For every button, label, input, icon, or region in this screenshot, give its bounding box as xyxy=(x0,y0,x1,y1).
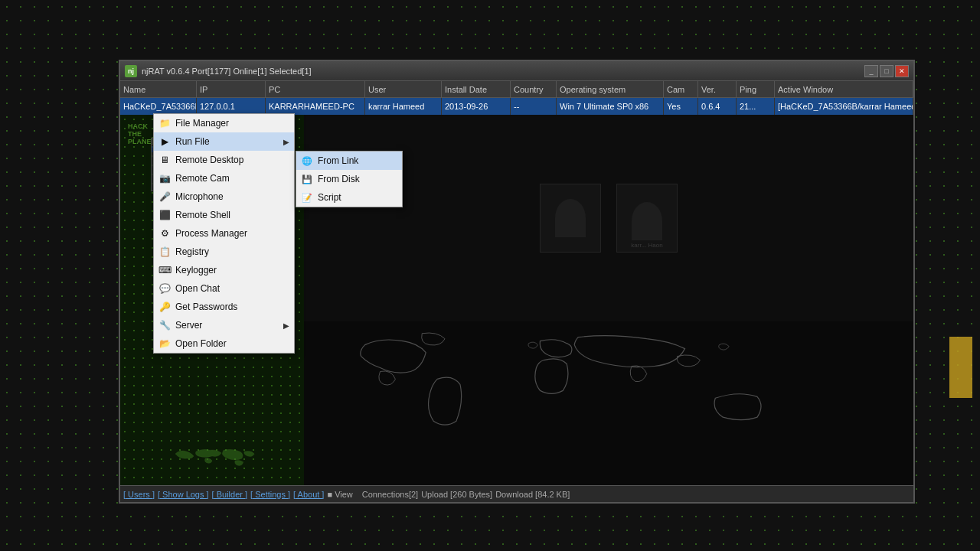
run-file-submenu: 🌐 From Link 💾 From Disk 📝 Script xyxy=(296,151,403,207)
cell-ip: 127.0.0.1 xyxy=(197,98,266,115)
col-active[interactable]: Active Window xyxy=(775,81,913,97)
world-map-svg xyxy=(304,321,913,491)
keylogger-icon: ⌨ xyxy=(158,264,171,276)
users-link[interactable]: [ Users ] xyxy=(123,490,155,499)
status-bar: [ Users ] [ Show Logs ] [ Builder ] [ Se… xyxy=(120,485,913,502)
script-icon: 📝 xyxy=(301,191,313,204)
cell-active: [HaCKeD_7A53366B/karrar Hameed/Win... xyxy=(775,98,913,115)
upload-status: Upload [260 Bytes] xyxy=(421,490,492,499)
view-label[interactable]: ■ View xyxy=(327,490,352,499)
minimap-world xyxy=(120,440,304,486)
menu-item-remote-cam[interactable]: 📷 Remote Cam xyxy=(154,169,294,187)
col-user[interactable]: User xyxy=(365,81,442,97)
title-bar: nj njRAT v0.6.4 Port[1177] Online[1] Sel… xyxy=(120,61,913,81)
builder-link[interactable]: [ Builder ] xyxy=(212,490,247,499)
submenu-script-label: Script xyxy=(318,192,341,203)
minimize-button[interactable]: _ xyxy=(864,65,878,77)
cell-ping: 21... xyxy=(737,98,775,115)
menu-item-server[interactable]: 🔧 Server ▶ xyxy=(154,316,294,334)
col-ip[interactable]: IP xyxy=(197,81,266,97)
from-disk-icon: 💾 xyxy=(301,173,313,185)
open-chat-icon: 💬 xyxy=(158,282,171,295)
menu-item-remote-desktop-label: Remote Desktop xyxy=(175,155,243,165)
from-link-icon: 🌐 xyxy=(301,155,313,167)
about-link[interactable]: [ About ] xyxy=(293,490,324,499)
col-ver[interactable]: Ver. xyxy=(698,81,737,97)
menu-item-remote-shell[interactable]: ⬛ Remote Shell xyxy=(154,206,294,224)
submenu-from-link-label: From Link xyxy=(318,155,358,166)
table-row[interactable]: HaCKeD_7A53366B 127.0.0.1 KARRARHAMEED-P… xyxy=(120,98,913,115)
run-file-arrow: ▶ xyxy=(283,138,289,146)
get-passwords-icon: 🔑 xyxy=(158,301,171,313)
menu-item-server-label: Server xyxy=(175,320,202,331)
menu-item-microphone-label: Microphone xyxy=(175,191,224,202)
col-name[interactable]: Name xyxy=(120,81,197,97)
cam-view-2: karr... Haon xyxy=(616,184,678,253)
submenu-script[interactable]: 📝 Script xyxy=(296,188,402,207)
menu-item-keylogger[interactable]: ⌨ Keylogger xyxy=(154,261,294,279)
menu-item-process-manager-label: Process Manager xyxy=(175,228,247,239)
col-install-date[interactable]: Install Date xyxy=(442,81,511,97)
window-controls: _ □ ✕ xyxy=(864,65,909,77)
show-logs-link[interactable]: [ Show Logs ] xyxy=(158,490,209,499)
remote-shell-icon: ⬛ xyxy=(158,209,171,221)
app-icon: nj xyxy=(125,65,137,77)
menu-item-file-manager[interactable]: 📁 File Manager xyxy=(154,114,294,132)
menu-item-process-manager[interactable]: ⚙ Process Manager xyxy=(154,224,294,243)
registry-icon: 📋 xyxy=(158,246,171,258)
cam-view-1 xyxy=(540,184,601,253)
col-ping[interactable]: Ping xyxy=(737,81,775,97)
microphone-icon: 🎤 xyxy=(158,191,171,203)
menu-item-get-passwords[interactable]: 🔑 Get Passwords xyxy=(154,298,294,316)
col-country[interactable]: Country xyxy=(511,81,557,97)
menu-item-open-folder[interactable]: 📂 Open Folder xyxy=(154,334,294,353)
context-menu: 📁 File Manager ▶ Run File ▶ 🌐 From Link … xyxy=(153,113,295,354)
window-title: njRAT v0.6.4 Port[1177] Online[1] Select… xyxy=(142,67,864,76)
remote-cam-icon: 📷 xyxy=(158,172,171,184)
process-manager-icon: ⚙ xyxy=(158,227,171,240)
menu-item-remote-cam-label: Remote Cam xyxy=(175,173,230,184)
server-icon: 🔧 xyxy=(158,319,171,331)
world-map-bottom xyxy=(304,321,913,491)
menu-item-run-file-label: Run File xyxy=(175,136,210,147)
menu-item-run-file[interactable]: ▶ Run File ▶ 🌐 From Link 💾 From Disk 📝 S… xyxy=(154,132,294,151)
cell-country: -- xyxy=(511,98,557,115)
menu-item-remote-desktop[interactable]: 🖥 Remote Desktop xyxy=(154,151,294,169)
col-cam[interactable]: Cam xyxy=(664,81,698,97)
close-button[interactable]: ✕ xyxy=(895,65,909,77)
open-folder-icon: 📂 xyxy=(158,337,171,350)
menu-item-registry-label: Registry xyxy=(175,246,209,257)
cell-name: HaCKeD_7A53366B xyxy=(120,98,197,115)
menu-item-microphone[interactable]: 🎤 Microphone xyxy=(154,187,294,206)
cell-install-date: 2013-09-26 xyxy=(442,98,511,115)
submenu-from-disk[interactable]: 💾 From Disk xyxy=(296,170,402,188)
menu-item-file-manager-label: File Manager xyxy=(175,118,229,129)
maximize-button[interactable]: □ xyxy=(880,65,893,77)
camera-area: karr... Haon xyxy=(304,115,913,321)
submenu-from-link[interactable]: 🌐 From Link xyxy=(296,152,402,170)
menu-item-registry[interactable]: 📋 Registry xyxy=(154,243,294,261)
cell-pc: KARRARHAMEED-PC xyxy=(266,98,365,115)
menu-item-keylogger-label: Keylogger xyxy=(175,265,217,276)
column-headers: Name IP PC User Install Date Country Ope… xyxy=(120,81,913,98)
col-os[interactable]: Operating system xyxy=(557,81,664,97)
settings-link[interactable]: [ Settings ] xyxy=(250,490,290,499)
server-arrow: ▶ xyxy=(283,321,289,330)
menu-item-open-chat-label: Open Chat xyxy=(175,283,220,294)
run-file-icon: ▶ xyxy=(158,135,171,148)
cell-user: karrar Hameed xyxy=(365,98,442,115)
col-pc[interactable]: PC xyxy=(266,81,365,97)
file-manager-icon: 📁 xyxy=(158,117,171,129)
menu-item-open-chat[interactable]: 💬 Open Chat xyxy=(154,279,294,298)
cell-cam: Yes xyxy=(664,98,698,115)
connections-status: Connections[2] xyxy=(362,490,418,499)
submenu-from-disk-label: From Disk xyxy=(318,174,360,184)
decoration xyxy=(949,337,972,398)
menu-item-get-passwords-label: Get Passwords xyxy=(175,302,237,312)
cell-os: Win 7 Ultimate SP0 x86 xyxy=(557,98,664,115)
menu-item-remote-shell-label: Remote Shell xyxy=(175,210,230,220)
remote-desktop-icon: 🖥 xyxy=(158,154,171,166)
menu-item-open-folder-label: Open Folder xyxy=(175,338,227,349)
cell-ver: 0.6.4 xyxy=(698,98,737,115)
download-status: Download [84.2 KB] xyxy=(495,490,570,499)
